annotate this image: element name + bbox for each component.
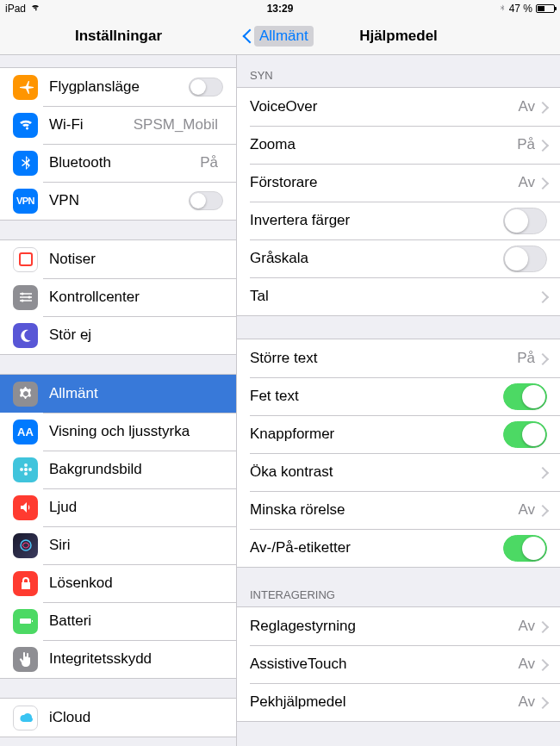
detail-row-voiceover[interactable]: VoiceOver Av xyxy=(237,88,560,126)
sidebar-item-icloud[interactable]: iCloud xyxy=(0,699,236,737)
row-label: Zooma xyxy=(250,136,517,153)
toggle-switch[interactable] xyxy=(189,191,223,210)
row-label: Fet text xyxy=(250,388,503,405)
svg-point-7 xyxy=(20,468,23,471)
toggle-switch[interactable] xyxy=(503,246,547,272)
detail-row-knappformer[interactable]: Knappformer xyxy=(237,415,560,453)
section-header: SYN xyxy=(237,55,560,87)
sidebar: Flygplansläge Wi-Fi SPSM_Mobil Bluetooth… xyxy=(0,55,237,746)
row-label: Öka kontrast xyxy=(250,463,540,481)
chevron-right-icon xyxy=(540,177,547,189)
row-label: Förstorare xyxy=(250,174,518,191)
sidebar-item-bakgrundsbild[interactable]: Bakgrundsbild xyxy=(0,451,236,488)
sidebar-item-vpn[interactable]: VPN VPN xyxy=(0,182,236,220)
sidebar-item-notiser[interactable]: Notiser xyxy=(0,240,236,278)
battery-percent: 47 % xyxy=(509,3,532,15)
row-label: Minska rörelse xyxy=(250,501,518,519)
sidebar-item-bluetooth[interactable]: Bluetooth På xyxy=(0,144,236,182)
svg-point-5 xyxy=(28,468,32,471)
sidebar-item-siri[interactable]: Siri xyxy=(0,526,236,564)
sidebar-item-batteri[interactable]: Batteri xyxy=(0,602,236,640)
chevron-right-icon xyxy=(540,505,547,516)
nav-bar: Inställningar Allmänt Hjälpmedel xyxy=(0,17,560,55)
back-button[interactable]: Allmänt xyxy=(242,26,314,47)
battery-icon xyxy=(536,4,555,13)
sidebar-item-label: Flygplansläge xyxy=(49,78,189,96)
row-value: Av xyxy=(518,618,535,635)
sidebar-item-kontrollcenter[interactable]: Kontrollcenter xyxy=(0,278,236,316)
chevron-right-icon xyxy=(540,291,547,302)
wifi-status-icon xyxy=(29,3,41,15)
row-value: På xyxy=(517,136,535,153)
row-label: Större text xyxy=(250,350,517,367)
toggle-switch[interactable] xyxy=(189,78,223,96)
detail-row-st-rre-text[interactable]: Större text På xyxy=(237,339,560,377)
section-header: INTERAGERING xyxy=(237,568,560,606)
detail-row-minska-r-relse[interactable]: Minska rörelse Av xyxy=(237,491,560,529)
sidebar-item-label: Stör ej xyxy=(49,326,223,344)
detail-row-tal[interactable]: Tal xyxy=(237,277,560,315)
sidebar-item-label: VPN xyxy=(49,192,189,209)
chevron-right-icon xyxy=(540,659,547,670)
svg-point-4 xyxy=(24,463,28,467)
detail-row-fet-text[interactable]: Fet text xyxy=(237,377,560,415)
chevron-right-icon xyxy=(540,467,547,478)
master-title: Inställningar xyxy=(0,28,237,45)
sidebar-item-wi-fi[interactable]: Wi-Fi SPSM_Mobil xyxy=(0,106,236,144)
sidebar-item-integritetsskydd[interactable]: Integritetsskydd xyxy=(0,640,236,678)
toggle-switch[interactable] xyxy=(503,535,547,562)
detail-row-f-rstorare[interactable]: Förstorare Av xyxy=(237,164,560,202)
detail-row--ka-kontrast[interactable]: Öka kontrast xyxy=(237,453,560,491)
sidebar-item-label: Bakgrundsbild xyxy=(49,461,223,478)
detail-row-av-p-etiketter[interactable]: Av-/På-etiketter xyxy=(237,529,560,567)
detail-row-gr-skala[interactable]: Gråskala xyxy=(237,239,560,277)
row-value: Av xyxy=(518,501,535,519)
detail-title: Hjälpmedel xyxy=(359,28,438,45)
chevron-left-icon xyxy=(242,28,252,45)
detail-row-assistivetouch[interactable]: AssistiveTouch Av xyxy=(237,645,560,683)
svg-point-3 xyxy=(24,468,28,471)
sidebar-item-label: Allmänt xyxy=(49,385,223,402)
sidebar-item-label: Lösenkod xyxy=(49,575,223,592)
chevron-right-icon xyxy=(540,621,547,632)
row-value: På xyxy=(200,154,218,171)
row-label: Gråskala xyxy=(250,250,503,267)
toggle-switch[interactable] xyxy=(503,208,547,234)
row-value: Av xyxy=(518,656,535,673)
row-value: SPSM_Mobil xyxy=(134,116,218,134)
sidebar-item-label: Wi-Fi xyxy=(49,116,134,134)
sidebar-item-label: iCloud xyxy=(49,709,223,726)
sidebar-item-visning-och-ljusstyrka[interactable]: AA Visning och ljusstyrka xyxy=(0,413,236,451)
sidebar-item-label: Bluetooth xyxy=(49,154,200,171)
detail-row-pekhj-lpmedel[interactable]: Pekhjälpmedel Av xyxy=(237,683,560,721)
row-label: Invertera färger xyxy=(250,212,503,229)
toggle-switch[interactable] xyxy=(503,383,547,410)
chevron-right-icon xyxy=(540,697,547,708)
sidebar-item-ljud[interactable]: Ljud xyxy=(0,488,236,526)
svg-point-6 xyxy=(24,472,28,476)
row-value: Av xyxy=(518,98,535,115)
row-label: VoiceOver xyxy=(250,98,518,115)
status-time: 13:29 xyxy=(267,3,294,15)
detail-row-reglagestyrning[interactable]: Reglagestyrning Av xyxy=(237,607,560,645)
row-value: Av xyxy=(518,174,535,191)
status-bar: iPad 13:29 47 % xyxy=(0,0,560,17)
toggle-switch[interactable] xyxy=(503,421,547,448)
sidebar-item-label: Integritetsskydd xyxy=(49,650,223,668)
chevron-right-icon xyxy=(540,140,547,151)
row-label: Reglagestyrning xyxy=(250,618,518,635)
sidebar-item-label: Notiser xyxy=(49,251,223,268)
sidebar-item-allm-nt[interactable]: Allmänt xyxy=(0,375,236,413)
sidebar-item-l-senkod[interactable]: Lösenkod xyxy=(0,564,236,602)
detail-row-invertera-f-rger[interactable]: Invertera färger xyxy=(237,202,560,239)
sidebar-item-flygplansl-ge[interactable]: Flygplansläge xyxy=(0,68,236,106)
detail-row-zooma[interactable]: Zooma På xyxy=(237,126,560,164)
row-label: AssistiveTouch xyxy=(250,656,518,673)
sidebar-item-st-r-ej[interactable]: Stör ej xyxy=(0,316,236,354)
sidebar-item-label: Visning och ljusstyrka xyxy=(49,423,223,440)
row-value: Av xyxy=(518,693,535,711)
chevron-right-icon xyxy=(540,102,547,113)
status-right: 47 % xyxy=(499,3,555,16)
row-label: Knappformer xyxy=(250,426,503,443)
sidebar-item-label: Kontrollcenter xyxy=(49,289,223,306)
